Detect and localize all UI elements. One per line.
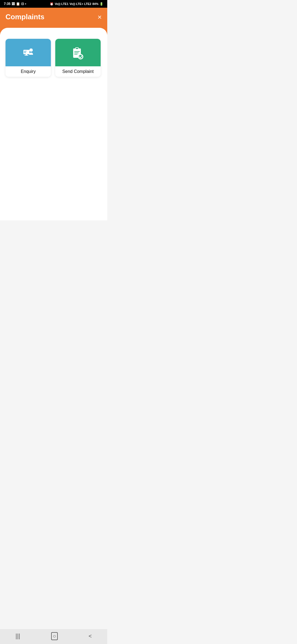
enquiry-icon-area [6, 39, 51, 66]
signal-lte1: Vo)) LTE1 [55, 2, 68, 6]
svg-rect-13 [74, 53, 79, 53]
dot-indicator: • [25, 2, 26, 6]
svg-rect-4 [29, 50, 30, 51]
svg-rect-14 [74, 54, 78, 54]
signal-lte2: Vo)) LTE+ LTE2 [70, 2, 91, 6]
cards-grid: Enquiry [6, 39, 102, 77]
enquiry-card[interactable]: Enquiry [6, 39, 51, 77]
svg-rect-2 [24, 55, 28, 56]
svg-rect-8 [24, 53, 26, 53]
svg-rect-12 [74, 51, 80, 52]
svg-rect-5 [32, 50, 33, 51]
alarm-icon: ⏰ [50, 2, 54, 6]
time: 7:35 [4, 2, 10, 6]
svg-rect-7 [24, 52, 26, 52]
content-area: Enquiry [0, 28, 107, 220]
enquiry-label: Enquiry [6, 66, 51, 77]
status-right: ⏰ Vo)) LTE1 Vo)) LTE+ LTE2 84% 🔋 [50, 2, 103, 6]
caption-icon: ⊡ [21, 2, 24, 6]
enquiry-icon [20, 44, 37, 61]
svg-rect-11 [76, 48, 78, 49]
battery-icon: 🔋 [100, 2, 103, 6]
send-complaint-icon [70, 45, 86, 60]
svg-rect-6 [24, 51, 27, 51]
complaint-icon-area [55, 39, 101, 66]
svg-rect-1 [26, 54, 27, 55]
send-complaint-card[interactable]: Send Complaint [55, 39, 101, 77]
battery: 84% [92, 2, 98, 6]
send-complaint-label: Send Complaint [55, 66, 101, 77]
close-button[interactable]: × [98, 13, 102, 21]
status-bar: 7:35 🖼 📋 ⊡ • ⏰ Vo)) LTE1 Vo)) LTE+ LTE2 … [0, 0, 107, 8]
clipboard-icon: 📋 [16, 2, 20, 6]
page-title: Complaints [6, 13, 45, 21]
gallery-icon: 🖼 [12, 2, 15, 6]
status-left: 7:35 🖼 📋 ⊡ • [4, 2, 26, 6]
